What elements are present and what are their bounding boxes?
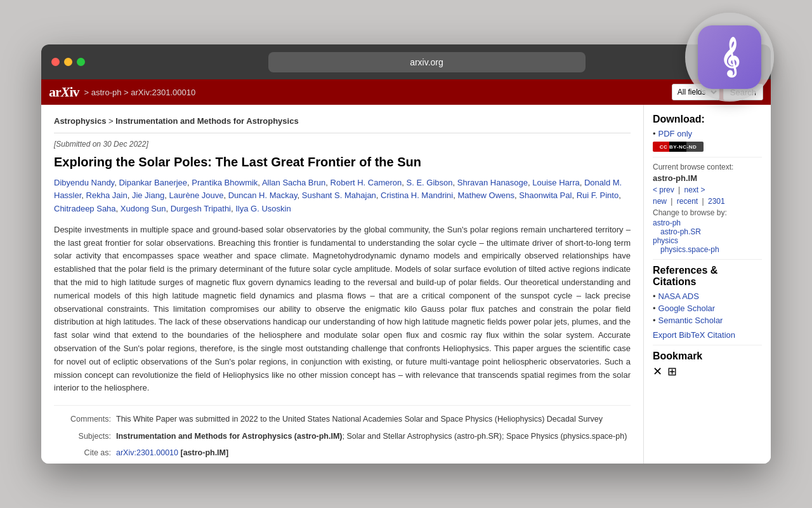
browser-chrome: arxiv.org [41, 44, 771, 79]
submission-date: [Submitted on 30 Dec 2022] [54, 138, 631, 150]
browser-window: arxiv.org arXiv > astro-ph > arXiv:2301.… [41, 44, 771, 464]
current-browse-value: astro-ph.IM [653, 173, 762, 183]
count-link[interactable]: 2301 [708, 197, 725, 206]
browse-physics-space-ph[interactable]: physics.space-ph [653, 245, 762, 254]
author-link[interactable]: Duncan H. Mackay [228, 190, 298, 200]
breadcrumb: Astrophysics > Instrumentation and Metho… [54, 115, 631, 133]
license-text: CC BY-NC-ND [660, 144, 697, 150]
bookmark-icon-mendeley[interactable]: ✕ [653, 364, 662, 378]
minimize-button[interactable] [64, 58, 72, 66]
change-browse-label: Change to browse by: [653, 208, 762, 217]
arxiv-breadcrumb: > astro-ph > arXiv:2301.00010 [84, 88, 196, 97]
new-recent-links: new | recent | 2301 [653, 197, 762, 206]
url-text: arxiv.org [410, 57, 443, 67]
authors-list: Dibyendu Nandy, Dipankar Banerjee, Prant… [54, 177, 631, 216]
google-scholar-item: Google Scholar [653, 304, 762, 314]
download-title: Download: [653, 114, 762, 125]
author-link[interactable]: S. E. Gibson [407, 178, 453, 187]
author-link[interactable]: Laurène Jouve [169, 190, 223, 200]
author-link[interactable]: Jie Jiang [132, 190, 164, 200]
address-bar[interactable]: arxiv.org [268, 52, 586, 72]
breadcrumb-subcategory: Instrumentation and Methods for Astrophy… [115, 116, 298, 126]
license-badge: CC BY-NC-ND [653, 142, 704, 152]
cite-as-value: arXiv:2301.00010 [astro-ph.IM] (or arXiv… [116, 446, 631, 464]
next-link[interactable]: next > [684, 185, 705, 194]
author-link[interactable]: Prantika Bhowmik [192, 178, 258, 187]
author-link[interactable]: Rekha Jain [86, 190, 128, 200]
nav-links: < prev | next > [653, 185, 762, 194]
browse-physics[interactable]: physics [653, 236, 762, 245]
browse-astro-ph-sr[interactable]: astro-ph.SR [653, 227, 762, 236]
prev-link[interactable]: < prev [653, 185, 674, 194]
article-content: Astrophysics > Instrumentation and Metho… [41, 105, 644, 464]
arxiv-id-link[interactable]: arXiv:2301.00010 [116, 448, 178, 457]
author-link[interactable]: Robert H. Cameron [331, 178, 402, 187]
article-title: Exploring the Solar Poles: The Last Grea… [54, 154, 631, 170]
comments-value: This White Paper was submitted in 2022 t… [116, 412, 631, 427]
author-link[interactable]: Cristina H. Mandrini [381, 190, 453, 200]
metadata-section: Comments: This White Paper was submitted… [54, 405, 631, 464]
author-link[interactable]: Mathew Owens [457, 190, 514, 200]
references-title: References & Citations [653, 265, 762, 288]
bookmark-title: Bookmark [653, 351, 762, 362]
nav-separator: | [678, 185, 682, 194]
export-bibtex-button[interactable]: Export BibTeX Citation [653, 330, 735, 340]
nasa-ads-item: NASA ADS [653, 291, 762, 302]
new-link[interactable]: new [653, 197, 667, 206]
bookmark-icons: ✕ ⊞ [653, 364, 762, 378]
author-link[interactable]: Ilya G. Usoskin [235, 204, 291, 213]
breadcrumb-separator: > [108, 116, 115, 126]
author-link[interactable]: Allan Sacha Brun [262, 178, 325, 187]
author-link[interactable]: Shaonwita Pal [519, 190, 572, 200]
nasa-ads-link[interactable]: NASA ADS [658, 291, 699, 301]
semantic-scholar-link[interactable]: Semantic Scholar [658, 316, 723, 325]
bookmark-icon-reddit[interactable]: ⊞ [667, 364, 677, 378]
content-area: Astrophysics > Instrumentation and Metho… [41, 105, 771, 464]
author-link[interactable]: Rui F. Pinto [577, 190, 619, 200]
subjects-value: Instrumentation and Methods for Astrophy… [116, 429, 631, 444]
browse-links: astro-ph astro-ph.SR physics physics.spa… [653, 218, 762, 254]
author-link[interactable]: Shravan Hanasoge [457, 178, 528, 187]
pdf-only-item: PDF only [653, 129, 762, 140]
subjects-label: Subjects: [54, 429, 111, 444]
comments-row: Comments: This White Paper was submitted… [54, 412, 631, 427]
app-icon-symbol: 𝄞 [720, 38, 740, 76]
pdf-only-link[interactable]: PDF only [658, 129, 692, 138]
arxiv-header: arXiv > astro-ph > arXiv:2301.00010 All … [41, 79, 771, 105]
author-link[interactable]: Chitradeep Saha [54, 204, 116, 213]
semantic-scholar-item: Semantic Scholar [653, 316, 762, 326]
browse-astro-ph[interactable]: astro-ph [653, 218, 762, 227]
arxiv-v1-link[interactable]: arXiv:2301.00010v1 [128, 463, 199, 464]
author-link[interactable]: Xudong Sun [121, 204, 166, 213]
author-link[interactable]: Sushant S. Mahajan [302, 190, 376, 200]
current-browse-label: Current browse context: [653, 163, 762, 171]
cite-as-row: Cite as: arXiv:2301.00010 [astro-ph.IM] … [54, 446, 631, 464]
abstract-text: Despite investments in multiple space an… [54, 224, 631, 395]
cite-as-label: Cite as: [54, 446, 111, 464]
author-link[interactable]: Durgesh Tripathi [171, 204, 231, 213]
google-scholar-link[interactable]: Google Scholar [658, 304, 716, 313]
close-button[interactable] [51, 58, 60, 66]
comments-label: Comments: [54, 412, 111, 427]
author-link[interactable]: Dipankar Banerjee [119, 178, 187, 187]
author-link[interactable]: Dibyendu Nandy [54, 178, 114, 187]
right-sidebar: Download: PDF only CC BY-NC-ND Current b… [644, 105, 771, 464]
app-icon-overlay: 𝄞 [685, 13, 774, 102]
subjects-row: Subjects: Instrumentation and Methods fo… [54, 429, 631, 444]
app-icon: 𝄞 [698, 25, 761, 89]
breadcrumb-category: Astrophysics [54, 116, 106, 126]
recent-link[interactable]: recent [677, 197, 698, 206]
traffic-lights [51, 58, 85, 66]
author-link[interactable]: Louise Harra [532, 178, 579, 187]
arxiv-logo: arXiv [49, 84, 79, 100]
maximize-button[interactable] [77, 58, 85, 66]
